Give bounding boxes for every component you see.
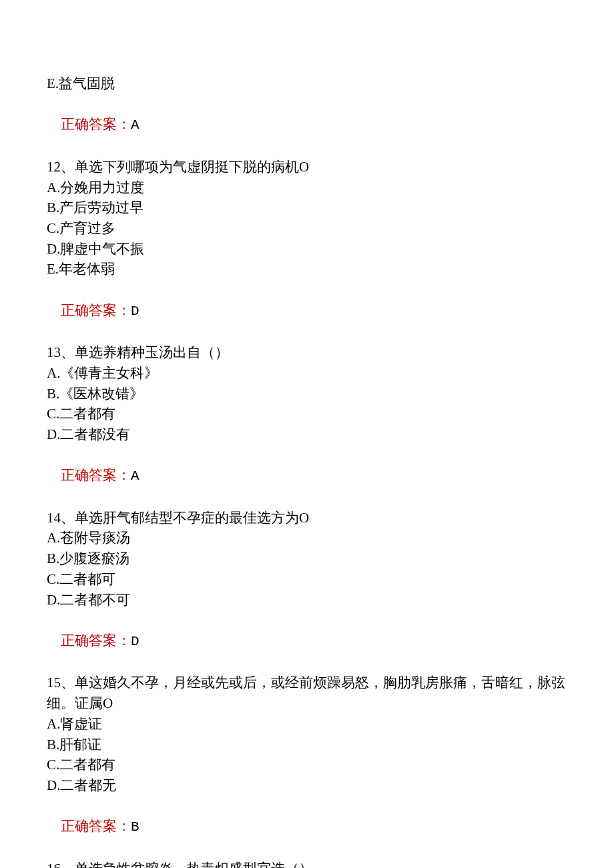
q15-answer-value: B [131,819,139,835]
q11-answer-line: 正确答案：A [47,94,567,157]
q16-stem: 16、单选急性盆腔炎，热毒炽盛型宜选（） [47,859,567,868]
q13-option-d: D.二者都没有 [47,424,567,445]
answer-label: 正确答案： [61,632,131,648]
q12-answer-value: D [131,304,139,319]
q14-answer-value: D [131,634,139,649]
q12-option-e: E.年老体弱 [47,259,567,280]
q13-option-a: A.《傅青主女科》 [47,363,567,384]
q12-answer-line: 正确答案：D [47,280,567,342]
q12-option-d: D.脾虚中气不振 [47,239,567,260]
q15-stem: 15、单这婚久不孕，月经或先或后，或经前烦躁易怒，胸肋乳房胀痛，舌暗红，脉弦细。… [47,673,567,713]
q14-option-c: C.二者都可 [47,569,567,590]
q13-option-c: C.二者都有 [47,404,567,424]
q15-option-c: C.二者都有 [47,755,567,775]
q15-option-a: A.肾虚证 [47,714,567,735]
answer-label: 正确答案： [61,818,131,834]
q14-stem: 14、单选肝气郁结型不孕症的最佳选方为O [47,508,567,528]
q11-answer-value: A [131,117,139,133]
q13-option-b: B.《医林改错》 [47,384,567,404]
q13-stem: 13、单选养精种玉汤出自（） [47,342,567,363]
q13-answer-line: 正确答案：A [47,445,567,508]
q12-option-b: B.产后劳动过早 [47,197,567,218]
document-page: E.益气固脱 正确答案：A 12、单选下列哪项为气虚阴挺下脱的病机O A.分娩用… [0,0,614,868]
q15-option-b: B.肝郁证 [47,735,567,755]
q13-answer-value: A [131,468,139,484]
q14-option-b: B.少腹逐瘀汤 [47,548,567,569]
q11-option-e: E.益气固脱 [47,73,567,94]
q12-stem: 12、单选下列哪项为气虚阴挺下脱的病机O [47,157,567,177]
q12-option-a: A.分娩用力过度 [47,177,567,198]
q12-option-c: C.产育过多 [47,218,567,239]
answer-label: 正确答案： [61,467,131,483]
q14-answer-line: 正确答案：D [47,610,567,673]
q14-option-d: D.二者都不可 [47,590,567,610]
q15-answer-line: 正确答案：B [47,796,567,859]
q14-option-a: A.苍附导痰汤 [47,528,567,548]
q15-option-d: D.二者都无 [47,775,567,796]
answer-label: 正确答案： [61,116,131,132]
answer-label: 正确答案： [61,302,131,318]
